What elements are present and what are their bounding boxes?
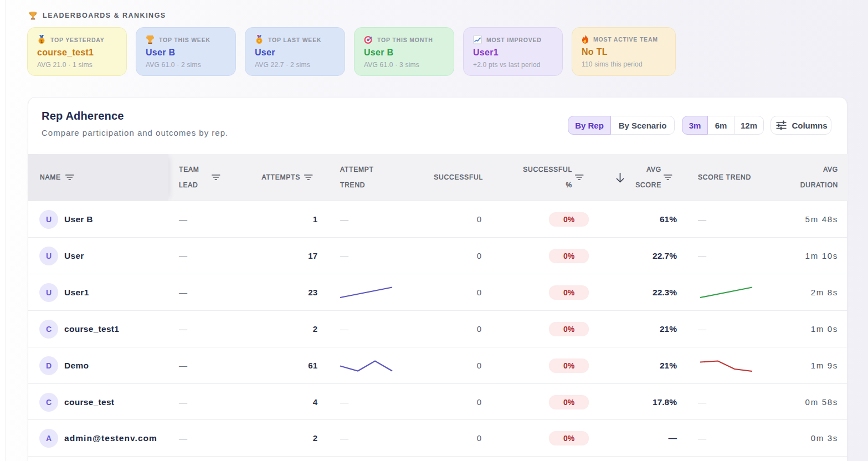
svg-text:1: 1 bbox=[40, 39, 43, 43]
